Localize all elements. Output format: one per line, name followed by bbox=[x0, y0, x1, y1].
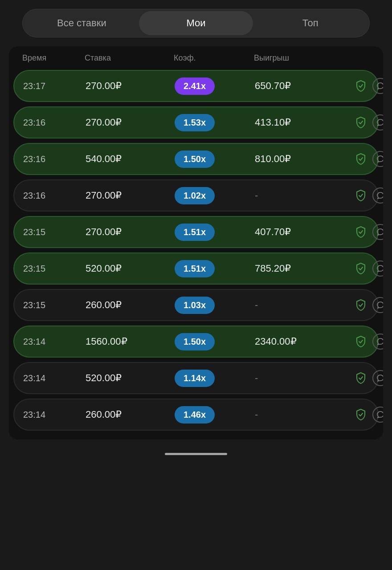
bet-coef-cell: 1.14x bbox=[175, 370, 255, 387]
col-coef: Коэф. bbox=[174, 53, 254, 63]
bet-icons bbox=[353, 78, 383, 94]
bet-icons bbox=[353, 151, 383, 167]
chat-icon[interactable] bbox=[372, 297, 383, 313]
col-time: Время bbox=[22, 53, 85, 63]
bet-winnings: - bbox=[255, 372, 353, 384]
bet-icons bbox=[353, 187, 383, 204]
coef-badge[interactable]: 1.51x bbox=[175, 224, 215, 241]
bet-coef-cell: 2.41x bbox=[175, 77, 255, 95]
table-row[interactable]: 23:14 1560.00₽ 1.50x 2340.00₽ bbox=[13, 326, 379, 358]
bet-amount: 260.00₽ bbox=[86, 409, 175, 420]
bet-amount: 1560.00₽ bbox=[86, 336, 175, 347]
bet-icons bbox=[353, 261, 383, 277]
bet-coef-cell: 1.03x bbox=[175, 297, 255, 314]
table-header: Время Ставка Коэф. Выигрыш bbox=[13, 46, 379, 70]
bet-winnings: - bbox=[255, 299, 353, 311]
bet-amount: 260.00₽ bbox=[86, 299, 175, 311]
table-row[interactable]: 23:15 520.00₽ 1.51x 785.20₽ bbox=[13, 252, 379, 285]
bet-time: 23:15 bbox=[23, 264, 86, 274]
bet-icons bbox=[353, 407, 383, 423]
tab-my-bets[interactable]: Мои bbox=[139, 11, 253, 35]
chat-icon[interactable] bbox=[372, 78, 383, 94]
bet-amount: 270.00₽ bbox=[86, 190, 175, 201]
coef-badge[interactable]: 1.50x bbox=[175, 151, 215, 168]
chat-icon[interactable] bbox=[372, 370, 383, 386]
bet-amount: 540.00₽ bbox=[86, 153, 175, 165]
bet-winnings: 413.10₽ bbox=[255, 117, 353, 128]
bet-amount: 270.00₽ bbox=[86, 226, 175, 238]
table-row[interactable]: 23:15 270.00₽ 1.51x 407.70₽ bbox=[13, 216, 379, 248]
chat-icon[interactable] bbox=[372, 407, 383, 423]
bet-time: 23:14 bbox=[23, 373, 86, 383]
coef-badge[interactable]: 1.46x bbox=[175, 406, 215, 423]
chat-icon[interactable] bbox=[372, 261, 383, 277]
bet-coef-cell: 1.50x bbox=[175, 333, 255, 350]
tab-bar: Все ставки Мои Топ bbox=[22, 9, 370, 37]
bet-winnings: - bbox=[255, 409, 353, 420]
bet-winnings: 785.20₽ bbox=[255, 263, 353, 274]
coef-badge[interactable]: 1.51x bbox=[175, 260, 215, 277]
bet-icons bbox=[353, 297, 383, 313]
table-row[interactable]: 23:17 270.00₽ 2.41x 650.70₽ bbox=[13, 70, 379, 102]
table-row[interactable]: 23:16 270.00₽ 1.53x 413.10₽ bbox=[13, 106, 379, 138]
table-row[interactable]: 23:14 520.00₽ 1.14x - bbox=[13, 362, 379, 394]
table-row[interactable]: 23:14 260.00₽ 1.46x - bbox=[13, 399, 379, 431]
chat-icon[interactable] bbox=[372, 224, 383, 240]
bet-winnings: 650.70₽ bbox=[255, 80, 353, 92]
shield-icon bbox=[354, 152, 368, 166]
coef-badge[interactable]: 1.53x bbox=[175, 114, 215, 131]
col-actions bbox=[352, 53, 383, 63]
shield-icon bbox=[354, 371, 368, 385]
shield-icon bbox=[354, 225, 368, 239]
coef-badge[interactable]: 1.03x bbox=[175, 297, 215, 314]
bet-amount: 520.00₽ bbox=[86, 263, 175, 274]
bet-time: 23:17 bbox=[23, 81, 86, 91]
chat-icon[interactable] bbox=[372, 187, 383, 204]
coef-badge[interactable]: 1.14x bbox=[175, 370, 215, 387]
col-winnings: Выигрыш bbox=[254, 53, 352, 63]
chat-icon[interactable] bbox=[372, 114, 383, 130]
bet-coef-cell: 1.46x bbox=[175, 406, 255, 423]
shield-icon bbox=[354, 261, 368, 276]
bet-icons bbox=[353, 370, 383, 386]
bet-icons bbox=[353, 334, 383, 350]
tab-top[interactable]: Топ bbox=[253, 11, 368, 35]
bet-winnings: - bbox=[255, 190, 353, 201]
bet-time: 23:15 bbox=[23, 227, 86, 237]
chat-icon[interactable] bbox=[372, 334, 383, 350]
tab-all-bets[interactable]: Все ставки bbox=[24, 11, 139, 35]
shield-icon bbox=[354, 334, 368, 349]
shield-icon bbox=[354, 188, 368, 203]
bet-time: 23:16 bbox=[23, 154, 86, 164]
table-row[interactable]: 23:16 540.00₽ 1.50x 810.00₽ bbox=[13, 143, 379, 175]
bet-time: 23:15 bbox=[23, 300, 86, 310]
table-row[interactable]: 23:16 270.00₽ 1.02x - bbox=[13, 179, 379, 212]
bet-icons bbox=[353, 114, 383, 130]
shield-icon bbox=[354, 407, 368, 422]
bet-coef-cell: 1.02x bbox=[175, 187, 255, 204]
bet-winnings: 407.70₽ bbox=[255, 226, 353, 238]
bet-coef-cell: 1.50x bbox=[175, 151, 255, 168]
shield-icon bbox=[354, 298, 368, 312]
shield-icon bbox=[354, 79, 368, 93]
bet-time: 23:16 bbox=[23, 191, 86, 201]
bet-coef-cell: 1.53x bbox=[175, 114, 255, 131]
shield-icon bbox=[354, 115, 368, 130]
coef-badge[interactable]: 2.41x bbox=[175, 77, 215, 95]
table-row[interactable]: 23:15 260.00₽ 1.03x - bbox=[13, 289, 379, 321]
bet-icons bbox=[353, 224, 383, 240]
bet-coef-cell: 1.51x bbox=[175, 260, 255, 277]
bet-amount: 520.00₽ bbox=[86, 372, 175, 384]
chat-icon[interactable] bbox=[372, 151, 383, 167]
coef-badge[interactable]: 1.02x bbox=[175, 187, 215, 204]
bet-coef-cell: 1.51x bbox=[175, 224, 255, 241]
home-indicator bbox=[165, 453, 227, 455]
coef-badge[interactable]: 1.50x bbox=[175, 333, 215, 350]
bet-winnings: 2340.00₽ bbox=[255, 336, 353, 347]
bet-amount: 270.00₽ bbox=[86, 117, 175, 128]
bet-amount: 270.00₽ bbox=[86, 80, 175, 92]
bet-winnings: 810.00₽ bbox=[255, 153, 353, 165]
col-stake: Ставка bbox=[85, 53, 174, 63]
bet-time: 23:14 bbox=[23, 410, 86, 420]
bets-table: Время Ставка Коэф. Выигрыш 23:17 270.00₽… bbox=[9, 46, 383, 440]
